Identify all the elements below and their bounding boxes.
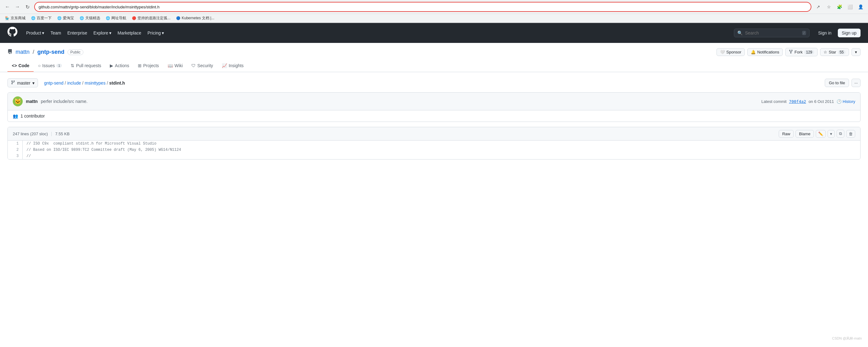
line-number-3[interactable]: 3 [8,153,23,159]
bookmark-baidu[interactable]: 🌐 百度一下 [29,15,54,22]
sponsor-label: Sponsor [726,50,741,55]
bookmark-jingdong[interactable]: 🏪 京东商城 [3,15,27,22]
avatar-emoji: 🐱 [14,98,21,105]
bookmark-favicon: 🌐 [31,16,35,20]
share-icon[interactable]: ↗ [814,2,823,11]
address-bar[interactable] [34,2,811,12]
history-label: History [843,99,855,104]
breadcrumb-repo[interactable]: gntp-send [44,81,63,86]
breadcrumb-sep-3: / [107,81,108,86]
bookmark-label: 京东商城 [10,15,26,21]
contributors-label: 1 contributor [21,114,45,119]
star-button[interactable]: ☆ Star 55 [820,48,849,56]
bookmark-road[interactable]: 🔴 坚持的道路注定孤... [130,15,173,22]
tab-actions[interactable]: ▶ Actions [105,60,133,72]
edit-icon-button[interactable]: ✏️ [816,130,826,138]
repo-actions: 🤍 Sponsor 🔔 Notifications Fork 129 ☆ Sta… [716,48,861,56]
tab-wiki[interactable]: 📖 Wiki [163,60,187,72]
bookmark-tianmao[interactable]: 🌐 天猫精选 [78,15,102,22]
file-size-info: 7.55 KB [55,131,69,136]
projects-icon: ⊞ [138,63,142,68]
repo-visibility-badge: Public [67,50,83,55]
breadcrumb-sep-2: / [82,81,83,86]
nav-buttons: ← → ↻ [3,2,32,11]
nav-pricing[interactable]: Pricing ▾ [145,29,166,37]
commit-meta: Latest commit 700f4a2 on 6 Oct 2011 🕐 Hi… [761,99,855,104]
nav-marketplace-label: Marketplace [118,30,141,35]
line-content-1: // ISO C9x compliant stdint.h for Micros… [23,140,160,147]
nav-marketplace[interactable]: Marketplace [115,29,144,37]
github-logo[interactable] [7,27,18,39]
fork-icon [789,50,793,55]
repo-owner-link[interactable]: mattn [16,49,30,55]
star-count: 55 [838,50,846,55]
code-line-1: 1 // ISO C9x compliant stdint.h for Micr… [8,140,860,147]
nav-product[interactable]: Product ▾ [24,29,46,37]
explore-dropdown-icon: ▾ [109,30,112,35]
commit-hash-link[interactable]: 700f4a2 [789,99,806,104]
sponsor-button[interactable]: 🤍 Sponsor [716,48,745,56]
signup-button[interactable]: Sign up [838,29,861,37]
security-icon: 🛡 [191,63,196,68]
star-label: Star [829,50,836,55]
copy-raw-button[interactable]: ⧉ [837,130,844,138]
file-info-separator: | [51,131,52,136]
search-box[interactable]: 🔍 / [734,29,809,37]
tab-code[interactable]: <> Code [7,60,34,72]
line-number-1[interactable]: 1 [8,140,23,147]
extensions-icon[interactable]: 🧩 [835,2,844,11]
notifications-button[interactable]: 🔔 Notifications [747,48,783,56]
star-dropdown-button[interactable]: ▾ [851,48,861,56]
nav-enterprise-label: Enterprise [67,30,87,35]
search-input[interactable] [745,30,800,35]
blame-button[interactable]: Blame [796,130,814,138]
repo-name-link[interactable]: gntp-send [37,49,64,55]
repo-area: mattn / gntp-send Public 🤍 Sponsor 🔔 Not… [0,43,868,72]
more-options-button[interactable]: ··· [851,79,861,87]
window-mode-icon[interactable]: ⬜ [846,2,854,11]
back-button[interactable]: ← [3,2,12,11]
browser-chrome: ← → ↻ ↗ ☆ 🧩 ⬜ 👤 🏪 京东商城 🌐 百度一下 🌐 爱淘宝 🌐 [0,0,868,23]
tab-issues[interactable]: ○ Issues 1 [34,60,66,72]
commit-author-name[interactable]: mattn [26,99,38,104]
bookmark-taobao[interactable]: 🌐 爱淘宝 [55,15,76,22]
bookmark-icon[interactable]: ☆ [825,2,833,11]
bell-icon: 🔔 [751,50,756,55]
file-view-header: 247 lines (207 sloc) | 7.55 KB Raw Blame… [8,127,860,140]
forward-button[interactable]: → [13,2,22,11]
bookmark-favicon: 🌐 [80,16,84,20]
bookmark-wangzhi[interactable]: 🌐 网址导航 [104,15,128,22]
tab-pull-requests[interactable]: ⇅ Pull requests [66,60,105,72]
signin-button[interactable]: Sign in [816,29,834,37]
breadcrumb-include[interactable]: include [67,81,81,86]
fork-button[interactable]: Fork 129 [785,48,817,56]
bookmark-favicon: 🏪 [5,16,9,20]
bookmark-kubernetes[interactable]: 🔵 Kubernetes 文档 |... [174,15,216,22]
code-content: 1 // ISO C9x compliant stdint.h for Micr… [8,140,860,159]
nav-explore[interactable]: Explore ▾ [91,29,114,37]
line-number-2[interactable]: 2 [8,147,23,153]
edit-dropdown-button[interactable]: ▾ [828,130,835,138]
go-to-file-button[interactable]: Go to file [825,79,849,87]
tab-security[interactable]: 🛡 Security [187,60,217,72]
bookmark-label: 爱淘宝 [63,15,74,21]
tab-projects[interactable]: ⊞ Projects [133,60,163,72]
nav-enterprise[interactable]: Enterprise [65,29,90,37]
breadcrumb-msinttypes[interactable]: msinttypes [85,81,105,86]
fork-label: Fork [795,50,803,55]
file-view-box: 247 lines (207 sloc) | 7.55 KB Raw Blame… [7,127,861,159]
delete-file-button[interactable]: 🗑 [846,130,855,138]
tab-insights[interactable]: 📈 Insights [217,60,248,72]
line-content-3: // [23,153,34,159]
history-link[interactable]: 🕐 History [837,99,855,104]
branch-selector[interactable]: master ▾ [7,78,38,87]
product-dropdown-icon: ▾ [42,30,44,35]
profile-icon[interactable]: 👤 [856,2,865,11]
fork-count: 129 [804,50,814,55]
browser-actions: ↗ ☆ 🧩 ⬜ 👤 [814,2,865,11]
nav-team[interactable]: Team [48,29,63,37]
nav-pricing-label: Pricing [148,30,161,35]
repo-tabs: <> Code ○ Issues 1 ⇅ Pull requests ▶ Act… [7,60,861,72]
refresh-button[interactable]: ↻ [23,2,32,11]
raw-button[interactable]: Raw [779,130,794,138]
